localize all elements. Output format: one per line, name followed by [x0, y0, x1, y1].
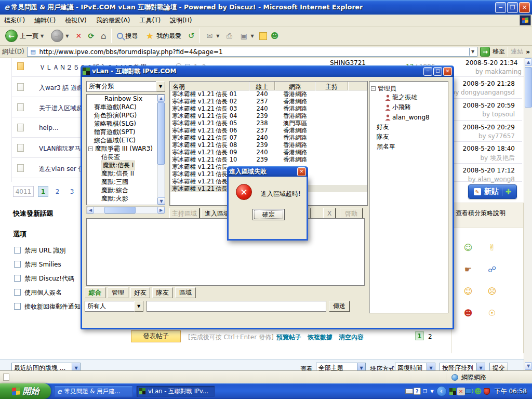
forward-button[interactable]: → ▼: [49, 29, 71, 43]
host-area-button[interactable]: 主持區域: [169, 208, 200, 219]
go-icon[interactable]: →: [480, 47, 490, 57]
thread-link[interactable]: 進左vlan ser 但: [39, 165, 85, 174]
category-select[interactable]: 所有分類 ▼: [86, 81, 165, 92]
chat-input[interactable]: [147, 301, 326, 312]
close-button[interactable]: ✕: [519, 2, 530, 13]
checkbox[interactable]: [14, 261, 21, 268]
smiley-icon[interactable]: ☺: [463, 242, 473, 252]
tray-network-icon[interactable]: ): [465, 387, 474, 396]
restore-data-link[interactable]: 恢複數據: [308, 333, 332, 342]
scroll-down-icon[interactable]: ▼: [157, 197, 165, 205]
smiley-icon[interactable]: ☍: [487, 264, 497, 274]
room-row[interactable]: 寒冰霸權 v1.21信長 07240香港網路: [170, 134, 367, 141]
tree-item[interactable]: 魔獸:信長 II: [87, 169, 165, 178]
address-input[interactable]: [39, 48, 468, 56]
column-header-name[interactable]: 名稱: [170, 82, 249, 90]
vlan-minimize-button[interactable]: ─: [423, 67, 432, 76]
chevron-down-icon[interactable]: ▼: [156, 81, 165, 92]
links-label[interactable]: 連結: [511, 47, 523, 56]
links-more[interactable]: »: [526, 48, 530, 56]
language-restore-icon[interactable]: ❐: [421, 387, 430, 396]
menu-file[interactable]: 檔案(F): [4, 16, 25, 25]
submit-post-button[interactable]: 發表帖子: [131, 330, 181, 342]
launch-button[interactable]: 啓動: [340, 208, 363, 219]
minimize-button[interactable]: ─: [495, 2, 506, 13]
send-target-select[interactable]: 所有人 ▼: [85, 301, 143, 312]
tree-item[interactable]: 策略戰棋(SLG): [87, 119, 165, 128]
tree-item-friends[interactable]: 好友: [369, 122, 448, 132]
scroll-thumb[interactable]: [525, 67, 532, 108]
checkbox[interactable]: [14, 275, 21, 282]
error-dialog-titlebar[interactable]: 進入區域失敗 ✕: [227, 166, 308, 177]
vlan-close-button[interactable]: ✕: [443, 67, 452, 76]
view-select[interactable]: 全部主題▼: [316, 363, 366, 370]
tree-item[interactable]: 魔獸:火影: [87, 194, 165, 203]
room-row[interactable]: 寒冰霸權 v1.21信長 01240香港網路: [170, 90, 367, 98]
page-scrollbar[interactable]: ▲ ▼: [524, 58, 532, 370]
tray-shield-icon[interactable]: [483, 387, 491, 396]
messenger-icon[interactable]: ☻: [270, 31, 280, 41]
chevron-down-icon[interactable]: ▼: [134, 301, 143, 312]
lastpost-by[interactable]: by alan_wong8: [448, 176, 515, 183]
tree-item[interactable]: 綜合區域(ETC): [87, 136, 165, 144]
lastpost-by[interactable]: by dongyuangangsd: [448, 89, 515, 96]
thread-link[interactable]: 入war3 話 遊戲: [39, 84, 83, 92]
scroll-up-icon[interactable]: ▲: [525, 58, 532, 66]
error-dialog-close-button[interactable]: ✕: [297, 167, 306, 176]
compose-page-1[interactable]: 1: [415, 331, 424, 340]
address-field[interactable]: ▤ ▼: [27, 47, 478, 57]
taskbar-item-ie[interactable]: e 常見問題 & 用戶建...: [54, 385, 133, 397]
send-button[interactable]: 傳送: [329, 301, 350, 312]
tree-item[interactable]: 賽車遊戲(RAC): [87, 103, 165, 111]
preview-link[interactable]: 預覽帖子: [276, 333, 301, 342]
tab-team[interactable]: 隊友: [152, 287, 173, 298]
tab-area[interactable]: 區域: [175, 287, 196, 298]
room-row[interactable]: 寒冰霸權 v1.21信長 05238澳門專區: [170, 119, 367, 127]
lastpost-by[interactable]: by topsoul: [448, 111, 515, 118]
favorites-button[interactable]: ★ 我的最愛: [143, 30, 183, 42]
tree-hscrollbar[interactable]: ◀ ▶: [86, 206, 165, 214]
pager-page-1[interactable]: 1: [38, 186, 48, 197]
points-link[interactable]: 查看積分策略說明: [451, 203, 523, 218]
sort-select[interactable]: 回復時間▼: [395, 363, 435, 370]
thread-link[interactable]: VLAN能玩罗马: [39, 144, 81, 153]
tab-admin[interactable]: 管理: [108, 287, 128, 298]
thread-link[interactable]: 关于进入区域超: [39, 104, 83, 113]
close-x-button[interactable]: X: [323, 208, 336, 219]
tree-item[interactable]: 角色扮演(RPG): [87, 111, 165, 119]
scroll-left-icon[interactable]: ◀: [87, 207, 94, 214]
room-row[interactable]: 寒冰霸權 v1.21信長 03240香港網路: [170, 105, 367, 112]
tab-friends[interactable]: 好友: [130, 287, 150, 298]
member-item[interactable]: 龍之振雄: [369, 92, 448, 102]
pager-page-2[interactable]: 2: [52, 186, 63, 197]
tree-item[interactable]: 魔獸:信長 I: [87, 161, 165, 169]
history-icon[interactable]: ↺: [187, 31, 196, 41]
lastpost-by[interactable]: by sy77657: [448, 132, 515, 140]
tree-item[interactable]: Rainbow Six: [87, 95, 165, 103]
pager-page-3[interactable]: 3: [66, 186, 77, 197]
scroll-thumb[interactable]: [157, 102, 165, 165]
smiley-icon[interactable]: ☻: [463, 308, 473, 318]
vlan-maximize-button[interactable]: ☐: [433, 67, 442, 76]
address-dropdown-icon[interactable]: ▼: [469, 48, 476, 56]
checkbox[interactable]: [14, 303, 21, 310]
tray-vlan-icon[interactable]: [448, 387, 457, 396]
scroll-thumb[interactable]: [104, 207, 136, 214]
recent-forums-select[interactable]: 最近訪問的版塊 ...▼: [11, 363, 81, 370]
discuss-icon[interactable]: [259, 32, 267, 40]
language-options-icon[interactable]: ▼: [430, 387, 435, 396]
stop-button[interactable]: ✕: [74, 31, 83, 41]
tree-item-admins[interactable]: −管理員: [369, 84, 448, 92]
order-select[interactable]: 按降序排列▼: [440, 363, 485, 370]
scroll-up-icon[interactable]: ▲: [157, 95, 165, 102]
room-row[interactable]: 寒冰霸權 v1.21信長 02237香港網路: [170, 98, 367, 105]
smiley-icon[interactable]: ☹: [487, 286, 497, 296]
scroll-right-icon[interactable]: ▶: [157, 207, 165, 214]
taskbar-item-vlan[interactable]: vLan - 互聯對戰 IPv...: [136, 385, 215, 397]
search-button[interactable]: 搜尋: [115, 31, 140, 42]
thread-lastpost-by[interactable]: by makkaming: [475, 68, 522, 75]
tray-collapse-icon[interactable]: ‹: [436, 386, 447, 396]
column-header-online[interactable]: 線上: [249, 82, 275, 90]
home-button[interactable]: ⌂: [99, 31, 108, 41]
column-header-host[interactable]: 主持: [315, 82, 348, 90]
